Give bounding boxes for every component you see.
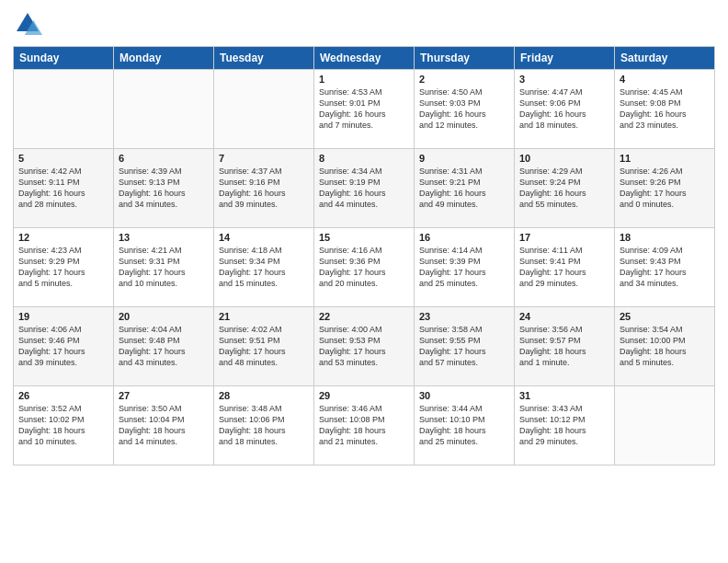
col-header-saturday: Saturday <box>615 47 715 70</box>
day-cell: 27Sunrise: 3:50 AM Sunset: 10:04 PM Dayl… <box>114 386 214 465</box>
day-number: 30 <box>419 390 509 401</box>
day-info: Sunrise: 4:29 AM Sunset: 9:24 PM Dayligh… <box>519 166 609 211</box>
day-cell: 5Sunrise: 4:42 AM Sunset: 9:11 PM Daylig… <box>14 149 114 228</box>
day-info: Sunrise: 3:58 AM Sunset: 9:55 PM Dayligh… <box>419 324 509 369</box>
day-number: 1 <box>319 74 409 85</box>
day-number: 25 <box>620 311 710 322</box>
day-info: Sunrise: 4:23 AM Sunset: 9:29 PM Dayligh… <box>18 245 108 290</box>
page-container: SundayMondayTuesdayWednesdayThursdayFrid… <box>0 0 728 563</box>
day-cell: 1Sunrise: 4:53 AM Sunset: 9:01 PM Daylig… <box>314 70 415 149</box>
day-info: Sunrise: 4:53 AM Sunset: 9:01 PM Dayligh… <box>319 86 409 132</box>
day-cell: 11Sunrise: 4:26 AM Sunset: 9:26 PM Dayli… <box>615 149 715 228</box>
day-cell: 28Sunrise: 3:48 AM Sunset: 10:06 PM Dayl… <box>214 386 314 465</box>
day-number: 5 <box>18 153 108 164</box>
day-info: Sunrise: 4:37 AM Sunset: 9:16 PM Dayligh… <box>219 166 309 211</box>
day-cell: 14Sunrise: 4:18 AM Sunset: 9:34 PM Dayli… <box>214 228 314 307</box>
day-cell: 23Sunrise: 3:58 AM Sunset: 9:55 PM Dayli… <box>415 307 515 386</box>
day-info: Sunrise: 4:45 AM Sunset: 9:08 PM Dayligh… <box>620 86 710 132</box>
week-row-2: 5Sunrise: 4:42 AM Sunset: 9:11 PM Daylig… <box>14 149 715 228</box>
day-info: Sunrise: 3:46 AM Sunset: 10:08 PM Daylig… <box>319 403 409 448</box>
day-number: 24 <box>519 311 609 322</box>
header <box>13 9 715 39</box>
day-cell <box>14 70 114 149</box>
day-cell: 7Sunrise: 4:37 AM Sunset: 9:16 PM Daylig… <box>214 149 314 228</box>
day-info: Sunrise: 4:04 AM Sunset: 9:48 PM Dayligh… <box>119 324 209 369</box>
week-row-5: 26Sunrise: 3:52 AM Sunset: 10:02 PM Dayl… <box>14 386 715 465</box>
day-info: Sunrise: 3:54 AM Sunset: 10:00 PM Daylig… <box>620 324 710 369</box>
day-number: 23 <box>419 311 509 322</box>
col-header-thursday: Thursday <box>415 47 515 70</box>
day-cell: 12Sunrise: 4:23 AM Sunset: 9:29 PM Dayli… <box>14 228 114 307</box>
col-header-wednesday: Wednesday <box>314 47 415 70</box>
day-number: 4 <box>620 74 710 85</box>
day-info: Sunrise: 4:00 AM Sunset: 9:53 PM Dayligh… <box>319 324 409 369</box>
day-info: Sunrise: 4:21 AM Sunset: 9:31 PM Dayligh… <box>119 245 209 290</box>
day-number: 31 <box>519 390 609 401</box>
day-cell <box>615 386 715 465</box>
day-number: 22 <box>319 311 409 322</box>
day-cell: 21Sunrise: 4:02 AM Sunset: 9:51 PM Dayli… <box>214 307 314 386</box>
day-number: 20 <box>119 311 209 322</box>
day-number: 7 <box>219 153 309 164</box>
day-cell: 16Sunrise: 4:14 AM Sunset: 9:39 PM Dayli… <box>415 228 515 307</box>
day-number: 26 <box>18 390 108 401</box>
day-cell: 15Sunrise: 4:16 AM Sunset: 9:36 PM Dayli… <box>314 228 415 307</box>
day-info: Sunrise: 4:34 AM Sunset: 9:19 PM Dayligh… <box>319 166 409 211</box>
col-header-tuesday: Tuesday <box>214 47 314 70</box>
day-number: 9 <box>419 153 509 164</box>
day-info: Sunrise: 3:43 AM Sunset: 10:12 PM Daylig… <box>519 403 609 448</box>
day-number: 15 <box>319 232 409 243</box>
day-info: Sunrise: 4:09 AM Sunset: 9:43 PM Dayligh… <box>620 245 710 290</box>
day-info: Sunrise: 4:47 AM Sunset: 9:06 PM Dayligh… <box>519 86 609 132</box>
day-info: Sunrise: 4:06 AM Sunset: 9:46 PM Dayligh… <box>18 324 108 369</box>
day-info: Sunrise: 4:18 AM Sunset: 9:34 PM Dayligh… <box>219 245 309 290</box>
day-cell: 31Sunrise: 3:43 AM Sunset: 10:12 PM Dayl… <box>515 386 615 465</box>
day-cell: 2Sunrise: 4:50 AM Sunset: 9:03 PM Daylig… <box>415 70 515 149</box>
day-info: Sunrise: 4:26 AM Sunset: 9:26 PM Dayligh… <box>620 166 710 211</box>
day-info: Sunrise: 3:56 AM Sunset: 9:57 PM Dayligh… <box>519 324 609 369</box>
day-number: 6 <box>119 153 209 164</box>
day-info: Sunrise: 3:44 AM Sunset: 10:10 PM Daylig… <box>419 403 509 448</box>
day-cell: 3Sunrise: 4:47 AM Sunset: 9:06 PM Daylig… <box>515 70 615 149</box>
day-info: Sunrise: 4:50 AM Sunset: 9:03 PM Dayligh… <box>419 86 509 132</box>
day-cell: 19Sunrise: 4:06 AM Sunset: 9:46 PM Dayli… <box>14 307 114 386</box>
calendar-table: SundayMondayTuesdayWednesdayThursdayFrid… <box>13 46 715 465</box>
col-header-monday: Monday <box>114 47 214 70</box>
header-row: SundayMondayTuesdayWednesdayThursdayFrid… <box>14 47 715 70</box>
day-cell: 4Sunrise: 4:45 AM Sunset: 9:08 PM Daylig… <box>615 70 715 149</box>
day-number: 16 <box>419 232 509 243</box>
day-cell <box>114 70 214 149</box>
day-cell: 13Sunrise: 4:21 AM Sunset: 9:31 PM Dayli… <box>114 228 214 307</box>
day-number: 8 <box>319 153 409 164</box>
day-number: 18 <box>620 232 710 243</box>
day-info: Sunrise: 4:16 AM Sunset: 9:36 PM Dayligh… <box>319 245 409 290</box>
col-header-friday: Friday <box>515 47 615 70</box>
logo-icon <box>13 9 42 39</box>
day-cell <box>214 70 314 149</box>
day-cell: 10Sunrise: 4:29 AM Sunset: 9:24 PM Dayli… <box>515 149 615 228</box>
day-number: 21 <box>219 311 309 322</box>
day-info: Sunrise: 3:52 AM Sunset: 10:02 PM Daylig… <box>18 403 108 448</box>
day-number: 27 <box>119 390 209 401</box>
day-number: 10 <box>519 153 609 164</box>
day-number: 12 <box>18 232 108 243</box>
day-cell: 24Sunrise: 3:56 AM Sunset: 9:57 PM Dayli… <box>515 307 615 386</box>
week-row-4: 19Sunrise: 4:06 AM Sunset: 9:46 PM Dayli… <box>14 307 715 386</box>
day-info: Sunrise: 4:14 AM Sunset: 9:39 PM Dayligh… <box>419 245 509 290</box>
logo <box>13 9 46 39</box>
day-cell: 8Sunrise: 4:34 AM Sunset: 9:19 PM Daylig… <box>314 149 415 228</box>
day-number: 19 <box>18 311 108 322</box>
day-cell: 6Sunrise: 4:39 AM Sunset: 9:13 PM Daylig… <box>114 149 214 228</box>
col-header-sunday: Sunday <box>14 47 114 70</box>
day-info: Sunrise: 4:31 AM Sunset: 9:21 PM Dayligh… <box>419 166 509 211</box>
day-info: Sunrise: 3:50 AM Sunset: 10:04 PM Daylig… <box>119 403 209 448</box>
day-info: Sunrise: 4:42 AM Sunset: 9:11 PM Dayligh… <box>18 166 108 211</box>
day-cell: 29Sunrise: 3:46 AM Sunset: 10:08 PM Dayl… <box>314 386 415 465</box>
day-info: Sunrise: 3:48 AM Sunset: 10:06 PM Daylig… <box>219 403 309 448</box>
day-cell: 18Sunrise: 4:09 AM Sunset: 9:43 PM Dayli… <box>615 228 715 307</box>
day-cell: 22Sunrise: 4:00 AM Sunset: 9:53 PM Dayli… <box>314 307 415 386</box>
day-cell: 26Sunrise: 3:52 AM Sunset: 10:02 PM Dayl… <box>14 386 114 465</box>
day-cell: 17Sunrise: 4:11 AM Sunset: 9:41 PM Dayli… <box>515 228 615 307</box>
day-cell: 30Sunrise: 3:44 AM Sunset: 10:10 PM Dayl… <box>415 386 515 465</box>
day-number: 3 <box>519 74 609 85</box>
